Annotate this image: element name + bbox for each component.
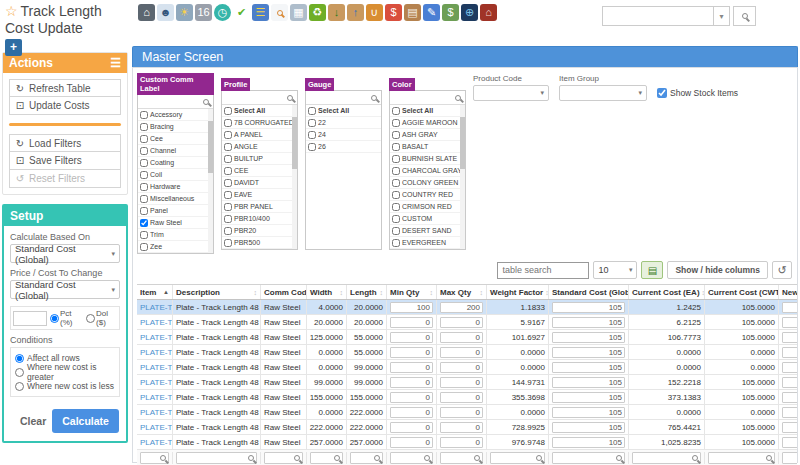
filter-checkbox[interactable] — [392, 239, 400, 247]
filter-option-26[interactable]: 26 — [306, 141, 381, 153]
column-filter-input[interactable] — [782, 452, 797, 464]
table-row[interactable]: PLATE-TLPlate - Track Length 48 x 120Raw… — [137, 300, 797, 315]
filter-checkbox[interactable] — [224, 203, 232, 211]
column-filter-input[interactable] — [350, 452, 383, 464]
globe-icon[interactable]: ⊕ — [461, 4, 478, 21]
table-row[interactable]: PLATE-TLPlate - Track Length 48 x 120Raw… — [137, 420, 797, 435]
filter-option-bracing[interactable]: Bracing — [138, 121, 213, 133]
calc-based-on-select[interactable]: Standard Cost (Global) ▾ — [10, 244, 120, 263]
pct-radio[interactable] — [50, 314, 59, 323]
reset-table-button[interactable]: ↺ — [772, 261, 792, 279]
column-header-length[interactable]: Length↕ — [347, 285, 387, 299]
filter-checkbox[interactable] — [392, 227, 400, 235]
cell-input-min-qty[interactable]: 0 — [390, 422, 433, 433]
column-filter-input[interactable] — [140, 452, 169, 464]
trash-icon[interactable]: ♻ — [309, 4, 326, 21]
filter-checkbox[interactable] — [392, 119, 400, 127]
filter-checkbox[interactable] — [224, 215, 232, 223]
save-filters-button[interactable]: ⊡Save Filters — [9, 152, 121, 170]
filter-option-select-all[interactable]: Select All — [390, 105, 465, 117]
filter-option-panel[interactable]: Panel — [138, 205, 213, 217]
cell-input-new-cost[interactable] — [782, 422, 797, 433]
cell-input-max-qty[interactable]: 0 — [440, 347, 483, 358]
filter-option-custom[interactable]: CUSTOM — [390, 213, 465, 225]
product-code-select[interactable]: ▾ — [473, 85, 549, 101]
filter-option-coil[interactable]: Coil — [138, 169, 213, 181]
filter-option-accessory[interactable]: Accessory — [138, 109, 213, 121]
column-filter-input[interactable] — [490, 452, 545, 464]
show-hide-columns-button[interactable]: Show / hide columns — [667, 261, 768, 279]
pct-option[interactable]: Pct (%) — [50, 309, 83, 327]
filter-checkbox[interactable] — [140, 147, 148, 155]
item-link[interactable]: PLATE-TL — [137, 315, 173, 329]
column-header-weight-factor[interactable]: Weight Factor↕ — [487, 285, 549, 299]
filter-option-trim[interactable]: Trim — [138, 229, 213, 241]
filter-option-colony-green[interactable]: COLONY GREEN — [390, 177, 465, 189]
cell-input-min-qty[interactable]: 0 — [390, 407, 433, 418]
hamburger-icon[interactable]: ☰ — [110, 56, 121, 70]
pen-icon[interactable]: ✎ — [423, 4, 440, 21]
where-new-cost-is-less-radio[interactable] — [15, 382, 24, 391]
filter-checkbox[interactable] — [224, 191, 232, 199]
filter-checkbox[interactable] — [140, 159, 148, 167]
where-new-cost-is-greater-radio[interactable] — [15, 368, 24, 377]
table-row[interactable]: PLATE-TLPlate - Track Length 48 x 120Raw… — [137, 315, 797, 330]
column-header-current-cost-ea[interactable]: Current Cost (EA)↕ — [629, 285, 705, 299]
table-row[interactable]: PLATE-TLPlate - Track Length 48 x 120Raw… — [137, 345, 797, 360]
global-search-button[interactable] — [733, 6, 756, 26]
column-header-max-qty[interactable]: Max Qty↕ — [437, 285, 487, 299]
filter-option-7b-corrugated[interactable]: 7B CORRUGATED — [222, 117, 297, 129]
filter-search[interactable] — [390, 91, 465, 105]
column-header-new-cost[interactable]: New Cost↕ — [779, 285, 797, 299]
filter-option-22[interactable]: 22 — [306, 117, 381, 129]
filter-checkbox[interactable] — [224, 143, 232, 151]
filter-option-evergreen[interactable]: EVERGREEN — [390, 237, 465, 249]
cell-input-max-qty[interactable]: 200 — [440, 302, 483, 313]
filter-search[interactable] — [306, 91, 381, 105]
list-icon[interactable]: ☰ — [252, 4, 269, 21]
reset-filters-button[interactable]: ↺Reset Filters — [9, 170, 121, 188]
cell-input-min-qty[interactable]: 100 — [390, 302, 433, 313]
filter-checkbox[interactable] — [140, 231, 148, 239]
cell-input-min-qty[interactable]: 0 — [390, 362, 433, 373]
filter-checkbox[interactable] — [308, 143, 316, 151]
filter-option-country-red[interactable]: COUNTRY RED — [390, 189, 465, 201]
filter-checkbox[interactable] — [392, 215, 400, 223]
filter-checkbox[interactable] — [224, 179, 232, 187]
column-header-comm-code[interactable]: Comm Code↕ — [261, 285, 307, 299]
column-header-item[interactable]: Item▲ — [137, 285, 173, 299]
filter-checkbox[interactable] — [140, 171, 148, 179]
favorite-star-icon[interactable]: ☆ — [5, 3, 18, 19]
filter-checkbox[interactable] — [224, 239, 232, 247]
filter-search[interactable] — [138, 95, 213, 109]
scrollbar[interactable] — [292, 105, 297, 249]
check-icon[interactable]: ✔ — [233, 4, 250, 21]
filter-option-cee[interactable]: CEE — [222, 165, 297, 177]
cell-input-new-cost[interactable] — [782, 437, 797, 448]
table-row[interactable]: PLATE-TLPlate - Track Length 48 x 120Raw… — [137, 360, 797, 375]
show-stock-items[interactable]: Show Stock Items — [657, 85, 738, 101]
column-filter-input[interactable] — [632, 452, 701, 464]
import-icon[interactable]: ↓ — [328, 4, 345, 21]
scrollbar[interactable] — [460, 105, 465, 249]
table-row[interactable]: PLATE-TLPlate - Track Length 48 x 120Raw… — [137, 405, 797, 420]
column-filter-input[interactable] — [264, 452, 303, 464]
column-filter-input[interactable] — [552, 452, 625, 464]
money-icon[interactable]: $ — [442, 4, 459, 21]
column-filter-input[interactable] — [176, 452, 257, 464]
filter-option-24[interactable]: 24 — [306, 129, 381, 141]
column-filter-input[interactable] — [440, 452, 483, 464]
clipboard-icon[interactable]: ▤ — [404, 4, 421, 21]
filter-option-ash-gray[interactable]: ASH GRAY — [390, 129, 465, 141]
filter-checkbox[interactable] — [140, 135, 148, 143]
filter-checkbox[interactable] — [392, 155, 400, 163]
filter-checkbox[interactable] — [392, 143, 400, 151]
cell-input-standard-cost-global[interactable]: 105 — [552, 332, 625, 343]
filter-option-pbr500[interactable]: PBR500 — [222, 237, 297, 249]
sort-icon[interactable]: ▲ — [163, 289, 169, 295]
cell-input-standard-cost-global[interactable]: 105 — [552, 347, 625, 358]
filter-option-davidt[interactable]: DAVIDT — [222, 177, 297, 189]
export-excel-button[interactable]: ▤ — [641, 261, 663, 279]
cell-input-new-cost[interactable] — [782, 302, 797, 313]
filter-checkbox[interactable] — [140, 111, 148, 119]
